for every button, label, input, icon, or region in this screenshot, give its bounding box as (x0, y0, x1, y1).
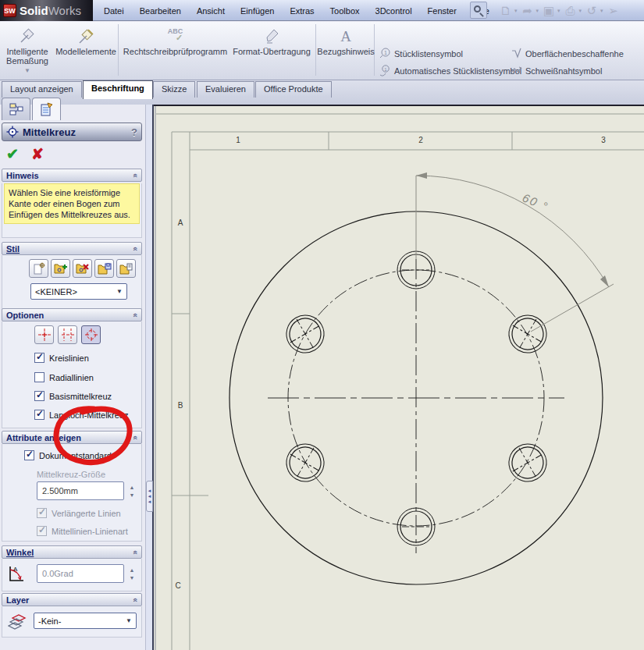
checkbox-label: Langloch-Mittelkreuz (49, 410, 129, 420)
collapse-chevron-icon: « (131, 550, 140, 554)
center-mark-size-input[interactable]: 2.500mm (37, 481, 124, 500)
search-button[interactable] (470, 2, 487, 19)
layer-dropdown-value: -Kein- (38, 616, 61, 626)
menu-ansicht[interactable]: Ansicht (190, 4, 232, 18)
button-label: Modellelemente (55, 47, 116, 56)
spin-down-icon[interactable]: ▼ (127, 492, 137, 498)
linear-center-mark-button[interactable] (58, 325, 77, 344)
checkbox-dokumentstandard[interactable]: Dokumentstandard (24, 450, 112, 460)
button-label: Stücklistensymbol (394, 49, 463, 59)
help-icon[interactable]: ? (131, 126, 137, 138)
section-header-attribute[interactable]: Attribute anzeigen « (2, 431, 142, 444)
single-center-mark-button[interactable] (34, 325, 54, 344)
section-title: Attribute anzeigen (6, 433, 81, 442)
checkbox-kreislinien[interactable]: Kreislinien (34, 353, 89, 363)
section-title: Optionen (6, 311, 44, 320)
section-attribute: Attribute anzeigen « Dokumentstandard Mi… (2, 431, 142, 542)
collapse-chevron-icon: « (131, 313, 140, 317)
checkbox-icon (24, 450, 34, 460)
section-header-layer[interactable]: Layer « (2, 593, 142, 606)
save-style-button[interactable] (94, 259, 114, 278)
format-painter-button[interactable]: Format-Übertragung (229, 25, 314, 76)
style-dropdown[interactable]: <KEINER> ▼ (30, 283, 127, 300)
checkbox-langloch-mittelkreuz[interactable]: Langloch-Mittelkreuz (34, 410, 129, 420)
weld-symbol-button[interactable]: Schweißnahtsymbol (509, 65, 602, 77)
collapse-chevron-icon: « (131, 435, 140, 439)
circular-center-mark-button[interactable] (81, 325, 101, 344)
checkbox-label: Radiallinien (49, 373, 94, 382)
command-toolbar: Intelligente Bemaßung ▼ Modellelemente A… (0, 22, 644, 80)
save-icon[interactable]: ▣ (541, 3, 557, 19)
svg-text:1: 1 (384, 50, 387, 55)
tab-skizze[interactable]: Skizze (153, 81, 195, 98)
cancel-button[interactable]: ✘ (31, 145, 44, 163)
model-items-button[interactable]: Modellelemente (56, 25, 116, 76)
menu-fenster[interactable]: Fenster (421, 4, 464, 18)
load-style-button[interactable] (116, 259, 136, 278)
select-cursor-icon[interactable]: ➢ (606, 3, 621, 19)
open-icon[interactable]: ➦ (520, 3, 535, 19)
spin-up-icon[interactable]: ▲ (127, 567, 137, 573)
section-header-stil[interactable]: Stil « (2, 242, 142, 255)
angle-input[interactable]: 0.0Grad (37, 564, 124, 583)
apply-default-style-button[interactable] (29, 259, 48, 278)
section-header-optionen[interactable]: Optionen « (2, 308, 142, 321)
tab-beschriftung[interactable]: Beschriftung (83, 80, 153, 99)
tab-evaluieren[interactable]: Evaluieren (197, 81, 254, 98)
surface-finish-icon (509, 48, 523, 60)
spin-up-icon[interactable]: ▲ (127, 485, 137, 490)
drawing-graphics-area[interactable]: 1 2 3 A B C (154, 105, 644, 650)
angle-icon: A (8, 565, 25, 584)
dropdown-arrow-icon: ▾ (514, 8, 518, 14)
tab-office-produkte[interactable]: Office Produkte (255, 81, 332, 98)
angle-spinner[interactable]: ▲▼ (127, 567, 137, 581)
load-style-icon (119, 262, 133, 275)
checkbox-icon (34, 372, 44, 382)
new-document-icon[interactable]: 🗋 (498, 3, 514, 19)
panel-title: Mittelkreuz (23, 126, 131, 138)
menu-toolbox[interactable]: Toolbox (323, 4, 367, 18)
propertymanager-tab[interactable] (32, 98, 61, 120)
ok-button[interactable]: ✔ (6, 145, 19, 163)
undo-icon[interactable]: ↺ (584, 3, 600, 19)
section-title: Winkel (6, 548, 34, 557)
center-mark-icon (6, 126, 19, 138)
size-label: Mittelkreuz-Größe (37, 470, 105, 479)
section-header-hinweis[interactable]: Hinweis « (2, 169, 142, 182)
panel-splitter[interactable]: ◄◄◄ (145, 105, 154, 650)
checkbox-radiallinien[interactable]: Radiallinien (34, 372, 94, 382)
section-title: Hinweis (6, 171, 39, 180)
size-spinner[interactable]: ▲▼ (127, 485, 137, 498)
checkbox-basismittelkreuz[interactable]: Basismittelkreuz (34, 391, 112, 401)
featuremanager-tree-tab[interactable] (2, 98, 30, 120)
print-icon[interactable]: ⎙ (563, 3, 578, 19)
zone-row-a: A (178, 218, 183, 227)
smart-dimension-button[interactable]: Intelligente Bemaßung ▼ (0, 25, 55, 76)
menu-datei[interactable]: Datei (97, 4, 131, 18)
spin-down-icon[interactable]: ▼ (127, 575, 137, 581)
balloon-button[interactable]: 1 Stücklistensymbol (378, 48, 463, 60)
tab-layout-anzeigen[interactable]: Layout anzeigen (2, 81, 82, 98)
panel-tab-strip (2, 98, 61, 121)
model-items-icon (76, 25, 95, 45)
menu-extras[interactable]: Extras (283, 4, 321, 18)
delete-style-button[interactable] (73, 259, 92, 278)
checkbox-mittellinien-linienart: Mittellinien-Linienart (37, 526, 128, 536)
auto-balloon-button[interactable]: 1 Automatisches Stücklistensymbol (378, 65, 521, 77)
section-title: Stil (6, 244, 20, 254)
menu-bearbeiten[interactable]: Bearbeiten (133, 4, 188, 18)
surface-finish-button[interactable]: Oberflächenbeschaffenhe (509, 48, 624, 60)
menu-3dcontrol[interactable]: 3Dcontrol (368, 4, 419, 18)
panel-collapse-handle[interactable]: ◄◄◄ (146, 481, 153, 512)
single-center-mark-icon (37, 328, 52, 342)
section-header-winkel[interactable]: Winkel « (2, 545, 142, 559)
layer-dropdown[interactable]: -Kein- ▼ (34, 613, 137, 629)
svg-text:1: 1 (384, 67, 387, 72)
note-button[interactable]: A Bezugshinweis (318, 25, 373, 76)
menu-einfuegen[interactable]: Einfügen (233, 4, 281, 18)
quick-toolbar: 🗋▾ ➦▾ ▣▾ ⎙▾ ↺▾ ➢ (495, 0, 644, 21)
add-style-button[interactable] (51, 259, 70, 278)
linear-center-mark-icon (61, 328, 75, 342)
zone-row-c: C (175, 581, 180, 590)
spellcheck-button[interactable]: ABC✓ Rechtschreibprüfprogramm (123, 25, 228, 76)
